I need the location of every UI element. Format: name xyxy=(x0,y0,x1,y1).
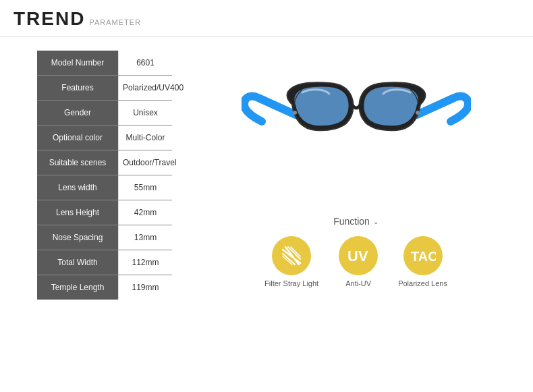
specs-table: Model Number6601FeaturesPolarized/UV400G… xyxy=(37,51,172,300)
tac-icon-circle: TAC xyxy=(403,236,443,275)
feature-icons-row: Filter Stray Light UV Anti-UV TAC xyxy=(264,236,447,287)
svg-point-1 xyxy=(416,111,420,115)
product-image xyxy=(242,57,471,206)
spec-label: Nose Spacing xyxy=(37,225,118,250)
spec-label: Features xyxy=(37,76,118,100)
svg-text:UV: UV xyxy=(347,248,368,264)
spec-row: Temple Length119mm xyxy=(37,275,172,300)
spec-label: Suitable scenes xyxy=(37,150,118,175)
spec-row: Suitable scenesOutdoor/Travel xyxy=(37,150,172,175)
spec-row: FeaturesPolarized/UV400 xyxy=(37,76,172,101)
spec-value: 42mm xyxy=(118,200,172,225)
spec-label: Model Number xyxy=(37,51,118,75)
brand-subtitle: PARAMETER xyxy=(89,18,141,26)
spec-label: Lens Height xyxy=(37,200,118,225)
spec-value: 6601 xyxy=(118,51,172,75)
spec-label: Optional color xyxy=(37,125,118,150)
spec-label: Gender xyxy=(37,101,118,125)
filter-icon-circle xyxy=(272,236,311,275)
spec-value: Multi-Color xyxy=(118,125,172,150)
spec-label: Lens width xyxy=(37,175,118,200)
feature-filter: Filter Stray Light xyxy=(264,236,318,287)
main-content: Model Number6601FeaturesPolarized/UV400G… xyxy=(0,37,533,313)
spec-value: Unisex xyxy=(118,101,172,125)
spec-value: 119mm xyxy=(118,275,172,300)
tac-label: Polarized Lens xyxy=(398,279,447,287)
product-area: Function ⌄ xyxy=(192,51,520,300)
filter-label: Filter Stray Light xyxy=(264,279,318,287)
spec-value: 55mm xyxy=(118,175,172,200)
function-text: Function xyxy=(333,216,370,227)
function-section: Function ⌄ xyxy=(192,216,520,287)
feature-tac: TAC Polarized Lens xyxy=(398,236,447,287)
spec-label: Total Width xyxy=(37,250,118,275)
svg-text:TAC: TAC xyxy=(411,249,436,264)
spec-row: Nose Spacing13mm xyxy=(37,225,172,250)
feature-uv: UV Anti-UV xyxy=(339,236,378,287)
brand-title: TREND xyxy=(13,8,85,30)
chevron-down-icon[interactable]: ⌄ xyxy=(373,218,378,225)
spec-value: Polarized/UV400 xyxy=(118,76,188,100)
spec-row: Lens Height42mm xyxy=(37,200,172,225)
spec-row: Lens width55mm xyxy=(37,175,172,200)
uv-label: Anti-UV xyxy=(345,279,371,287)
spec-row: GenderUnisex xyxy=(37,101,172,125)
page-header: TREND PARAMETER xyxy=(0,0,533,37)
spec-value: 112mm xyxy=(118,250,172,275)
spec-label: Temple Length xyxy=(37,275,118,300)
spec-row: Total Width112mm xyxy=(37,250,172,275)
uv-icon-circle: UV xyxy=(339,236,378,275)
spec-row: Optional colorMulti-Color xyxy=(37,125,172,150)
spec-row: Model Number6601 xyxy=(37,51,172,76)
svg-point-0 xyxy=(293,111,297,115)
spec-value: Outdoor/Travel xyxy=(118,150,181,175)
spec-value: 13mm xyxy=(118,225,172,250)
function-label: Function ⌄ xyxy=(333,216,378,227)
